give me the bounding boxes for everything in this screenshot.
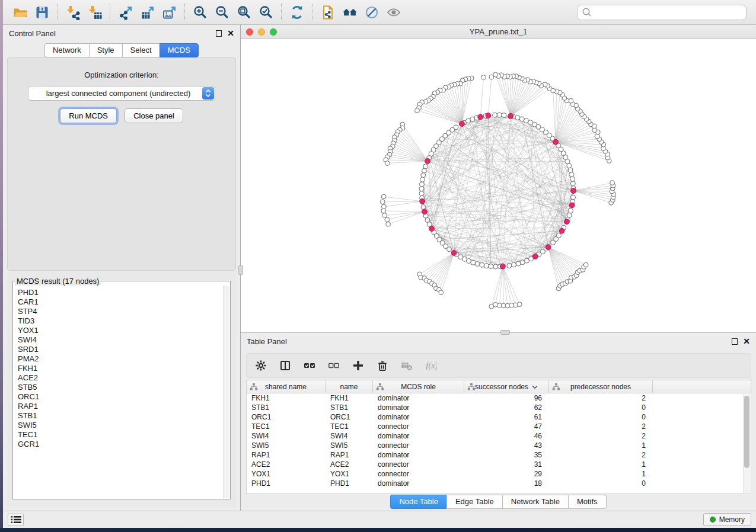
- table-row[interactable]: PHD1PHD1dominator180: [247, 479, 751, 488]
- tab-network[interactable]: Network: [44, 43, 89, 57]
- mcds-result-item[interactable]: RAP1: [18, 402, 223, 411]
- mcds-result-item[interactable]: TID3: [18, 316, 223, 326]
- mcds-result-item[interactable]: STP4: [18, 307, 223, 316]
- tab-network-table[interactable]: Network Table: [502, 495, 568, 509]
- mcds-result-item[interactable]: YOX1: [18, 326, 223, 335]
- export-network-icon: [118, 5, 133, 20]
- table-row[interactable]: SWI4SWI4dominator462: [247, 431, 751, 441]
- zoom-in-icon: [193, 5, 208, 20]
- network-graph[interactable]: [241, 39, 756, 332]
- cell-MCDS-role: connector: [373, 470, 464, 478]
- settings-button[interactable]: [251, 356, 270, 375]
- table-row[interactable]: TEC1TEC1connector472: [247, 422, 751, 431]
- tab-style[interactable]: Style: [89, 43, 122, 57]
- mcds-result-item[interactable]: TEC1: [18, 430, 223, 440]
- mcds-result-item[interactable]: SRD1: [18, 345, 223, 354]
- run-mcds-button[interactable]: Run MCDS: [60, 108, 117, 123]
- mcds-result-item[interactable]: PHD1: [18, 288, 223, 297]
- table-row[interactable]: STB1STB1dominator620: [247, 403, 751, 412]
- table-row[interactable]: ACE2ACE2connector311: [247, 460, 751, 469]
- close-panel-button[interactable]: Close panel: [125, 108, 183, 123]
- zoom-selected-button[interactable]: [255, 2, 277, 23]
- cell-shared-name: YOX1: [247, 470, 326, 478]
- column-header-name[interactable]: name: [326, 380, 373, 393]
- search-field[interactable]: [577, 5, 747, 20]
- export-image-button[interactable]: [158, 2, 180, 23]
- column-label: predecessor nodes: [570, 383, 631, 391]
- delete-button[interactable]: [373, 356, 392, 375]
- tab-select[interactable]: Select: [122, 43, 160, 57]
- import-network-button[interactable]: [62, 2, 84, 23]
- mcds-result-item[interactable]: FKH1: [18, 364, 223, 373]
- horizontal-splitter-handle[interactable]: [500, 330, 510, 335]
- table-toolbar: f(x): [246, 353, 751, 378]
- hide-details-button[interactable]: [361, 2, 382, 23]
- mcds-result-item[interactable]: STB5: [18, 383, 223, 392]
- zoom-in-button[interactable]: [189, 2, 211, 23]
- save-button[interactable]: [31, 2, 53, 23]
- mcds-result-item[interactable]: ORC1: [18, 392, 223, 402]
- cell-name: STB1: [326, 403, 373, 412]
- mcds-result-item[interactable]: ACE2: [18, 373, 223, 383]
- eye-button[interactable]: [382, 2, 404, 23]
- column-header-shared-name[interactable]: shared name: [247, 380, 326, 393]
- cell-MCDS-role: connector: [373, 422, 464, 431]
- optimization-criterion-dropdown[interactable]: largest connected component (undirected): [28, 86, 215, 101]
- export-table-button[interactable]: [136, 2, 158, 23]
- table-row[interactable]: RAP1RAP1dominator352: [247, 450, 751, 460]
- table-scrollbar[interactable]: [743, 394, 750, 493]
- task-history-button[interactable]: [8, 514, 24, 526]
- table-row[interactable]: FKH1FKH1dominator962: [247, 393, 751, 403]
- table-row[interactable]: SWI5SWI5connector431: [247, 441, 751, 450]
- table-row[interactable]: YOX1YOX1connector291: [247, 469, 751, 479]
- cell-predecessor-nodes: 2: [549, 422, 653, 431]
- cell-MCDS-role: dominator: [373, 413, 464, 421]
- column-header-successor-nodes[interactable]: successor nodes: [464, 380, 549, 393]
- cell-predecessor-nodes: 1: [549, 441, 653, 450]
- eye-icon: [386, 5, 401, 20]
- refresh-button[interactable]: [286, 2, 308, 23]
- deselect-all-button[interactable]: [324, 356, 343, 375]
- column-header-MCDS-role[interactable]: MCDS role: [373, 380, 464, 393]
- houses-button[interactable]: [339, 2, 361, 23]
- float-table-panel-icon[interactable]: [732, 338, 738, 345]
- tab-node-table[interactable]: Node Table: [390, 495, 446, 509]
- cell-predecessor-nodes: 2: [549, 432, 653, 440]
- tab-edge-table[interactable]: Edge Table: [446, 495, 502, 509]
- open-folder-button[interactable]: [9, 2, 31, 23]
- mcds-result-item[interactable]: SWI5: [18, 421, 223, 430]
- mcds-result-item[interactable]: SWI4: [18, 335, 223, 345]
- close-panel-icon[interactable]: ✕: [227, 30, 234, 36]
- cell-predecessor-nodes: 2: [549, 451, 653, 459]
- columns-button[interactable]: [276, 356, 295, 375]
- mcds-result-item[interactable]: CAR1: [18, 297, 223, 307]
- close-table-panel-icon[interactable]: ✕: [743, 338, 750, 344]
- add-button[interactable]: [349, 356, 368, 375]
- tab-mcds[interactable]: MCDS: [160, 43, 199, 57]
- toolbar-separator: [57, 4, 58, 21]
- import-table-button[interactable]: [84, 2, 106, 23]
- float-panel-icon[interactable]: [216, 30, 222, 37]
- tab-motifs[interactable]: Motifs: [568, 495, 607, 509]
- cell-successor-nodes: 31: [464, 460, 549, 469]
- zoom-out-button[interactable]: [211, 2, 233, 23]
- table-row[interactable]: ORC1ORC1dominator610: [247, 412, 751, 422]
- vertical-splitter-handle[interactable]: [238, 265, 243, 275]
- mcds-result-item[interactable]: PMA2: [18, 354, 223, 364]
- mcds-result-item[interactable]: GCR1: [18, 440, 223, 449]
- memory-button[interactable]: Memory: [703, 513, 751, 526]
- zoom-selected-icon: [259, 5, 274, 20]
- mcds-result-item[interactable]: STB1: [18, 411, 223, 421]
- network-canvas[interactable]: [241, 39, 756, 332]
- mcds-result-scrollbar[interactable]: [223, 286, 229, 498]
- export-network-button[interactable]: [114, 2, 136, 23]
- attribute-icon: [376, 383, 384, 391]
- share-document-button[interactable]: [317, 2, 339, 23]
- search-input[interactable]: [595, 8, 742, 17]
- zoom-fit-button[interactable]: [233, 2, 255, 23]
- table-scrollbar-thumb[interactable]: [744, 396, 749, 468]
- select-all-button[interactable]: [300, 356, 319, 375]
- cell-MCDS-role: connector: [373, 441, 464, 450]
- column-header-predecessor-nodes[interactable]: predecessor nodes: [549, 380, 653, 393]
- control-panel-title: Control Panel: [9, 29, 216, 38]
